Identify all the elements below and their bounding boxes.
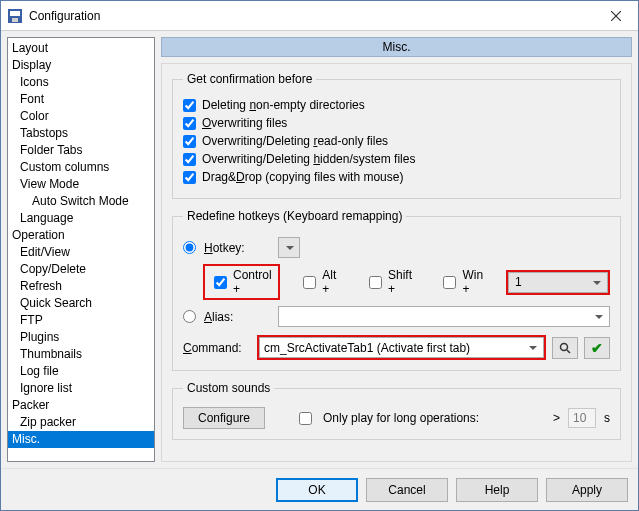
svg-line-6 — [567, 350, 570, 353]
confirm-label: Deleting non-empty directories — [202, 98, 365, 112]
confirm-checkbox[interactable] — [183, 135, 196, 148]
help-button[interactable]: Help — [456, 478, 538, 502]
confirm-row: Overwriting/Deleting read-only files — [183, 134, 610, 148]
confirm-checkbox[interactable] — [183, 171, 196, 184]
confirm-label: Drag&Drop (copying files with mouse) — [202, 170, 403, 184]
right-pane: Misc. Get confirmation before Deleting n… — [161, 37, 632, 462]
mod-shift[interactable]: Shift + — [360, 266, 420, 298]
confirm-row: Overwriting/Deleting hidden/system files — [183, 152, 610, 166]
group-hotkeys: Redefine hotkeys (Keyboard remapping) Ho… — [172, 209, 621, 371]
tree-item[interactable]: Custom columns — [8, 159, 154, 176]
command-combo[interactable]: cm_SrcActivateTab1 (Activate first tab) — [259, 337, 544, 358]
browse-command-button[interactable] — [552, 337, 578, 359]
tree-item[interactable]: Edit/View — [8, 244, 154, 261]
group-sounds-legend: Custom sounds — [183, 381, 274, 395]
hotkey-prefix-combo[interactable] — [278, 237, 300, 258]
confirm-command-button[interactable]: ✔ — [584, 337, 610, 359]
tree-item[interactable]: Misc. — [8, 431, 154, 448]
check-icon: ✔ — [591, 340, 603, 356]
close-button[interactable] — [593, 1, 638, 30]
svg-point-5 — [561, 343, 568, 350]
tree-item[interactable]: View Mode — [8, 176, 154, 193]
label-only-long: Only play for long operations: — [323, 411, 479, 425]
group-confirmation: Get confirmation before Deleting non-emp… — [172, 72, 621, 199]
tree-item[interactable]: Log file — [8, 363, 154, 380]
tree-item[interactable]: Language — [8, 210, 154, 227]
tree-item[interactable]: Operation — [8, 227, 154, 244]
label-alias: Alias: — [204, 310, 272, 324]
tree-item[interactable]: Refresh — [8, 278, 154, 295]
tree-item[interactable]: Folder Tabs — [8, 142, 154, 159]
checkbox-alt[interactable] — [303, 276, 316, 289]
confirm-label: Overwriting files — [202, 116, 287, 130]
tree-item[interactable]: Tabstops — [8, 125, 154, 142]
alias-combo[interactable] — [278, 306, 610, 327]
tree-item[interactable]: Copy/Delete — [8, 261, 154, 278]
confirm-row: Deleting non-empty directories — [183, 98, 610, 112]
apply-button[interactable]: Apply — [546, 478, 628, 502]
radio-hotkey[interactable] — [183, 241, 196, 254]
confirm-label: Overwriting/Deleting read-only files — [202, 134, 388, 148]
search-icon — [559, 342, 571, 354]
group-sounds: Custom sounds Configure Only play for lo… — [172, 381, 621, 440]
tree-item[interactable]: Display — [8, 57, 154, 74]
confirm-row: Overwriting files — [183, 116, 610, 130]
window-title: Configuration — [29, 9, 593, 23]
group-hotkeys-legend: Redefine hotkeys (Keyboard remapping) — [183, 209, 406, 223]
tree-item[interactable]: Auto Switch Mode — [8, 193, 154, 210]
svg-rect-1 — [10, 11, 20, 16]
tree-item[interactable]: Thumbnails — [8, 346, 154, 363]
label-hotkey: Hotkey: — [204, 241, 272, 255]
checkbox-shift[interactable] — [369, 276, 382, 289]
app-icon — [7, 8, 23, 24]
dialog-footer: OK Cancel Help Apply — [1, 468, 638, 510]
tree-item[interactable]: FTP — [8, 312, 154, 329]
tree-item[interactable]: Ignore list — [8, 380, 154, 397]
tree-item[interactable]: Font — [8, 91, 154, 108]
titlebar: Configuration — [1, 1, 638, 31]
page-header: Misc. — [161, 37, 632, 57]
key-combo[interactable]: 1 — [508, 272, 608, 293]
tree-item[interactable]: Layout — [8, 40, 154, 57]
configure-sounds-button[interactable]: Configure — [183, 407, 265, 429]
category-tree[interactable]: LayoutDisplayIconsFontColorTabstopsFolde… — [7, 37, 155, 462]
label-command: Command: — [183, 341, 251, 355]
cancel-button[interactable]: Cancel — [366, 478, 448, 502]
ok-button[interactable]: OK — [276, 478, 358, 502]
command-wrap: cm_SrcActivateTab1 (Activate first tab) — [257, 335, 546, 360]
checkbox-only-long[interactable] — [299, 412, 312, 425]
mod-win[interactable]: Win + — [434, 266, 492, 298]
confirm-checkbox[interactable] — [183, 153, 196, 166]
mod-alt[interactable]: Alt + — [294, 266, 346, 298]
confirm-checkbox[interactable] — [183, 99, 196, 112]
config-window: Configuration LayoutDisplayIconsFontColo… — [0, 0, 639, 511]
tree-item[interactable]: Icons — [8, 74, 154, 91]
tree-item[interactable]: Packer — [8, 397, 154, 414]
radio-alias[interactable] — [183, 310, 196, 323]
tree-item[interactable]: Plugins — [8, 329, 154, 346]
group-confirmation-legend: Get confirmation before — [183, 72, 316, 86]
confirm-checkbox[interactable] — [183, 117, 196, 130]
tree-item[interactable]: Color — [8, 108, 154, 125]
key-combo-wrap: 1 — [506, 270, 610, 295]
tree-item[interactable]: Quick Search — [8, 295, 154, 312]
mod-control[interactable]: Control + — [203, 264, 280, 300]
svg-rect-2 — [12, 18, 18, 22]
confirm-label: Overwriting/Deleting hidden/system files — [202, 152, 415, 166]
tree-item[interactable]: Zip packer — [8, 414, 154, 431]
checkbox-control[interactable] — [214, 276, 227, 289]
confirm-row: Drag&Drop (copying files with mouse) — [183, 170, 610, 184]
long-op-seconds[interactable]: 10 — [568, 408, 596, 428]
checkbox-win[interactable] — [443, 276, 456, 289]
